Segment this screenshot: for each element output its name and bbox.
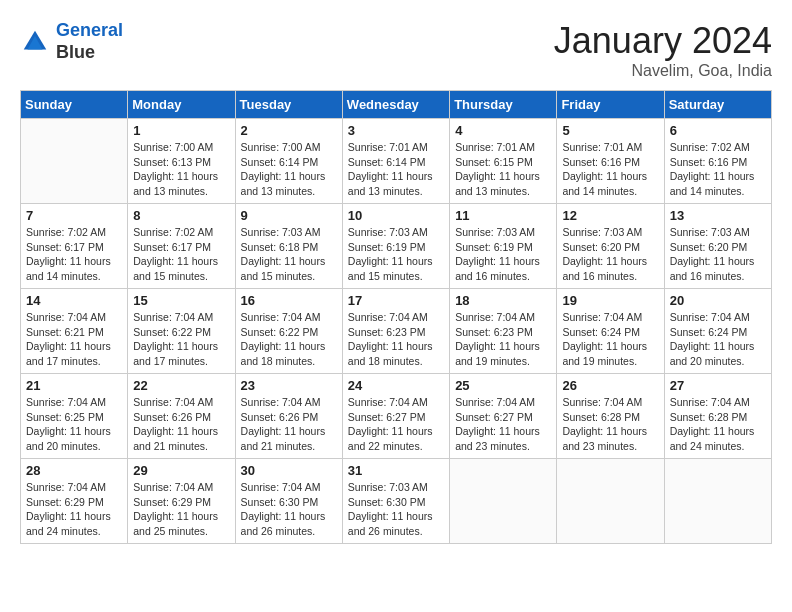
calendar-week-row: 14Sunrise: 7:04 AM Sunset: 6:21 PM Dayli… — [21, 289, 772, 374]
day-number: 4 — [455, 123, 551, 138]
day-info: Sunrise: 7:03 AM Sunset: 6:19 PM Dayligh… — [455, 225, 551, 284]
day-info: Sunrise: 7:04 AM Sunset: 6:25 PM Dayligh… — [26, 395, 122, 454]
day-number: 31 — [348, 463, 444, 478]
calendar-header-row: SundayMondayTuesdayWednesdayThursdayFrid… — [21, 91, 772, 119]
day-number: 18 — [455, 293, 551, 308]
day-number: 27 — [670, 378, 766, 393]
calendar-cell: 13Sunrise: 7:03 AM Sunset: 6:20 PM Dayli… — [664, 204, 771, 289]
day-number: 23 — [241, 378, 337, 393]
calendar-cell: 3Sunrise: 7:01 AM Sunset: 6:14 PM Daylig… — [342, 119, 449, 204]
day-number: 10 — [348, 208, 444, 223]
calendar-cell: 8Sunrise: 7:02 AM Sunset: 6:17 PM Daylig… — [128, 204, 235, 289]
day-number: 12 — [562, 208, 658, 223]
day-info: Sunrise: 7:02 AM Sunset: 6:17 PM Dayligh… — [26, 225, 122, 284]
day-number: 6 — [670, 123, 766, 138]
day-info: Sunrise: 7:04 AM Sunset: 6:27 PM Dayligh… — [455, 395, 551, 454]
page-header: GeneralBlue January 2024 Navelim, Goa, I… — [20, 20, 772, 80]
logo: GeneralBlue — [20, 20, 123, 63]
weekday-header: Thursday — [450, 91, 557, 119]
day-info: Sunrise: 7:02 AM Sunset: 6:16 PM Dayligh… — [670, 140, 766, 199]
day-info: Sunrise: 7:03 AM Sunset: 6:20 PM Dayligh… — [670, 225, 766, 284]
day-number: 2 — [241, 123, 337, 138]
day-number: 29 — [133, 463, 229, 478]
calendar-cell: 23Sunrise: 7:04 AM Sunset: 6:26 PM Dayli… — [235, 374, 342, 459]
calendar-cell: 4Sunrise: 7:01 AM Sunset: 6:15 PM Daylig… — [450, 119, 557, 204]
month-title: January 2024 — [554, 20, 772, 62]
calendar-cell: 29Sunrise: 7:04 AM Sunset: 6:29 PM Dayli… — [128, 459, 235, 544]
day-info: Sunrise: 7:04 AM Sunset: 6:29 PM Dayligh… — [133, 480, 229, 539]
day-number: 8 — [133, 208, 229, 223]
weekday-header: Sunday — [21, 91, 128, 119]
calendar-cell: 2Sunrise: 7:00 AM Sunset: 6:14 PM Daylig… — [235, 119, 342, 204]
day-number: 3 — [348, 123, 444, 138]
day-number: 25 — [455, 378, 551, 393]
day-number: 26 — [562, 378, 658, 393]
calendar-cell: 17Sunrise: 7:04 AM Sunset: 6:23 PM Dayli… — [342, 289, 449, 374]
day-info: Sunrise: 7:04 AM Sunset: 6:22 PM Dayligh… — [133, 310, 229, 369]
day-number: 14 — [26, 293, 122, 308]
day-info: Sunrise: 7:02 AM Sunset: 6:17 PM Dayligh… — [133, 225, 229, 284]
day-number: 13 — [670, 208, 766, 223]
day-info: Sunrise: 7:04 AM Sunset: 6:28 PM Dayligh… — [562, 395, 658, 454]
day-info: Sunrise: 7:04 AM Sunset: 6:29 PM Dayligh… — [26, 480, 122, 539]
calendar-cell: 16Sunrise: 7:04 AM Sunset: 6:22 PM Dayli… — [235, 289, 342, 374]
calendar-cell: 28Sunrise: 7:04 AM Sunset: 6:29 PM Dayli… — [21, 459, 128, 544]
day-info: Sunrise: 7:00 AM Sunset: 6:13 PM Dayligh… — [133, 140, 229, 199]
calendar-cell: 1Sunrise: 7:00 AM Sunset: 6:13 PM Daylig… — [128, 119, 235, 204]
calendar-week-row: 1Sunrise: 7:00 AM Sunset: 6:13 PM Daylig… — [21, 119, 772, 204]
day-number: 11 — [455, 208, 551, 223]
day-info: Sunrise: 7:00 AM Sunset: 6:14 PM Dayligh… — [241, 140, 337, 199]
day-info: Sunrise: 7:04 AM Sunset: 6:28 PM Dayligh… — [670, 395, 766, 454]
day-info: Sunrise: 7:04 AM Sunset: 6:24 PM Dayligh… — [562, 310, 658, 369]
calendar-cell: 21Sunrise: 7:04 AM Sunset: 6:25 PM Dayli… — [21, 374, 128, 459]
day-number: 24 — [348, 378, 444, 393]
calendar-cell — [21, 119, 128, 204]
calendar-cell — [450, 459, 557, 544]
day-number: 9 — [241, 208, 337, 223]
calendar-cell: 10Sunrise: 7:03 AM Sunset: 6:19 PM Dayli… — [342, 204, 449, 289]
calendar-cell: 24Sunrise: 7:04 AM Sunset: 6:27 PM Dayli… — [342, 374, 449, 459]
calendar-cell: 26Sunrise: 7:04 AM Sunset: 6:28 PM Dayli… — [557, 374, 664, 459]
day-number: 28 — [26, 463, 122, 478]
calendar-cell: 7Sunrise: 7:02 AM Sunset: 6:17 PM Daylig… — [21, 204, 128, 289]
day-number: 20 — [670, 293, 766, 308]
day-info: Sunrise: 7:04 AM Sunset: 6:21 PM Dayligh… — [26, 310, 122, 369]
calendar-cell — [557, 459, 664, 544]
calendar-week-row: 7Sunrise: 7:02 AM Sunset: 6:17 PM Daylig… — [21, 204, 772, 289]
day-info: Sunrise: 7:01 AM Sunset: 6:15 PM Dayligh… — [455, 140, 551, 199]
title-block: January 2024 Navelim, Goa, India — [554, 20, 772, 80]
day-info: Sunrise: 7:03 AM Sunset: 6:20 PM Dayligh… — [562, 225, 658, 284]
calendar-cell: 31Sunrise: 7:03 AM Sunset: 6:30 PM Dayli… — [342, 459, 449, 544]
calendar-cell: 5Sunrise: 7:01 AM Sunset: 6:16 PM Daylig… — [557, 119, 664, 204]
weekday-header: Wednesday — [342, 91, 449, 119]
calendar-table: SundayMondayTuesdayWednesdayThursdayFrid… — [20, 90, 772, 544]
day-info: Sunrise: 7:04 AM Sunset: 6:23 PM Dayligh… — [348, 310, 444, 369]
calendar-cell: 20Sunrise: 7:04 AM Sunset: 6:24 PM Dayli… — [664, 289, 771, 374]
day-info: Sunrise: 7:04 AM Sunset: 6:26 PM Dayligh… — [133, 395, 229, 454]
calendar-cell: 19Sunrise: 7:04 AM Sunset: 6:24 PM Dayli… — [557, 289, 664, 374]
calendar-cell: 15Sunrise: 7:04 AM Sunset: 6:22 PM Dayli… — [128, 289, 235, 374]
day-info: Sunrise: 7:04 AM Sunset: 6:23 PM Dayligh… — [455, 310, 551, 369]
day-info: Sunrise: 7:04 AM Sunset: 6:22 PM Dayligh… — [241, 310, 337, 369]
day-number: 7 — [26, 208, 122, 223]
calendar-cell: 30Sunrise: 7:04 AM Sunset: 6:30 PM Dayli… — [235, 459, 342, 544]
day-number: 15 — [133, 293, 229, 308]
day-number: 16 — [241, 293, 337, 308]
logo-icon — [20, 27, 50, 57]
calendar-cell: 9Sunrise: 7:03 AM Sunset: 6:18 PM Daylig… — [235, 204, 342, 289]
day-info: Sunrise: 7:01 AM Sunset: 6:16 PM Dayligh… — [562, 140, 658, 199]
day-info: Sunrise: 7:03 AM Sunset: 6:18 PM Dayligh… — [241, 225, 337, 284]
weekday-header: Saturday — [664, 91, 771, 119]
location: Navelim, Goa, India — [554, 62, 772, 80]
day-info: Sunrise: 7:04 AM Sunset: 6:27 PM Dayligh… — [348, 395, 444, 454]
day-number: 30 — [241, 463, 337, 478]
day-number: 22 — [133, 378, 229, 393]
calendar-cell: 22Sunrise: 7:04 AM Sunset: 6:26 PM Dayli… — [128, 374, 235, 459]
day-info: Sunrise: 7:03 AM Sunset: 6:30 PM Dayligh… — [348, 480, 444, 539]
calendar-cell: 27Sunrise: 7:04 AM Sunset: 6:28 PM Dayli… — [664, 374, 771, 459]
weekday-header: Tuesday — [235, 91, 342, 119]
day-number: 19 — [562, 293, 658, 308]
day-info: Sunrise: 7:01 AM Sunset: 6:14 PM Dayligh… — [348, 140, 444, 199]
calendar-cell: 14Sunrise: 7:04 AM Sunset: 6:21 PM Dayli… — [21, 289, 128, 374]
day-info: Sunrise: 7:04 AM Sunset: 6:24 PM Dayligh… — [670, 310, 766, 369]
